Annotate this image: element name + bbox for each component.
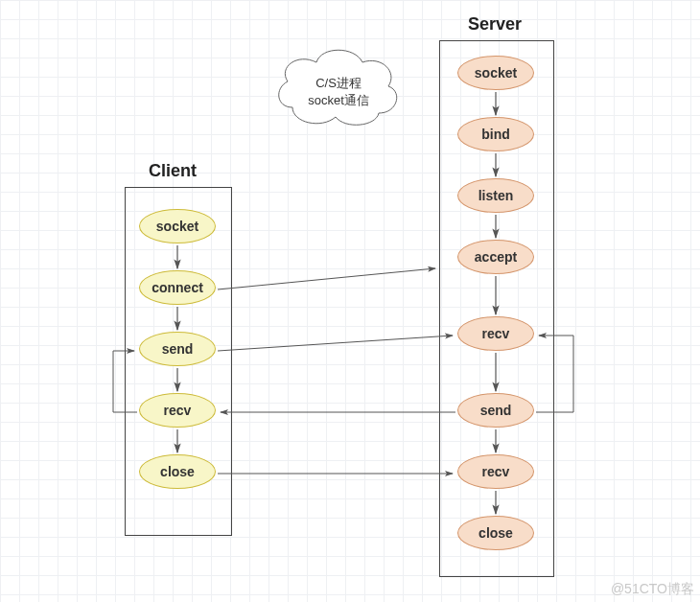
client-close-node: close [139, 454, 216, 489]
node-label: listen [478, 188, 514, 203]
server-recv1-node: recv [457, 316, 534, 351]
client-socket-node: socket [139, 209, 216, 243]
node-label: socket [475, 65, 517, 81]
cloud-line1: C/S进程 [315, 76, 362, 90]
node-label: accept [475, 249, 517, 265]
node-label: recv [482, 464, 510, 479]
client-send-node: send [139, 332, 216, 366]
node-label: recv [164, 403, 192, 418]
server-socket-node: socket [457, 56, 534, 90]
node-label: send [480, 403, 512, 418]
svg-line-11 [218, 268, 435, 289]
node-label: connect [152, 280, 203, 295]
node-label: recv [482, 326, 510, 341]
server-listen-node: listen [457, 178, 534, 213]
cloud-line2: socket通信 [308, 93, 369, 107]
svg-line-12 [218, 336, 453, 351]
server-send-node: send [457, 393, 534, 428]
client-recv-node: recv [139, 393, 216, 428]
server-accept-node: accept [457, 240, 534, 274]
node-label: close [478, 525, 513, 541]
server-recv2-node: recv [457, 454, 534, 489]
server-close-node: close [457, 516, 534, 550]
cloud-label: C/S进程 socket通信 [286, 75, 391, 109]
watermark: @51CTO博客 [611, 581, 694, 598]
node-label: bind [481, 127, 510, 142]
server-bind-node: bind [457, 117, 534, 151]
node-label: socket [156, 219, 198, 234]
node-label: send [162, 341, 194, 357]
node-label: close [160, 464, 195, 479]
client-connect-node: connect [139, 270, 216, 305]
